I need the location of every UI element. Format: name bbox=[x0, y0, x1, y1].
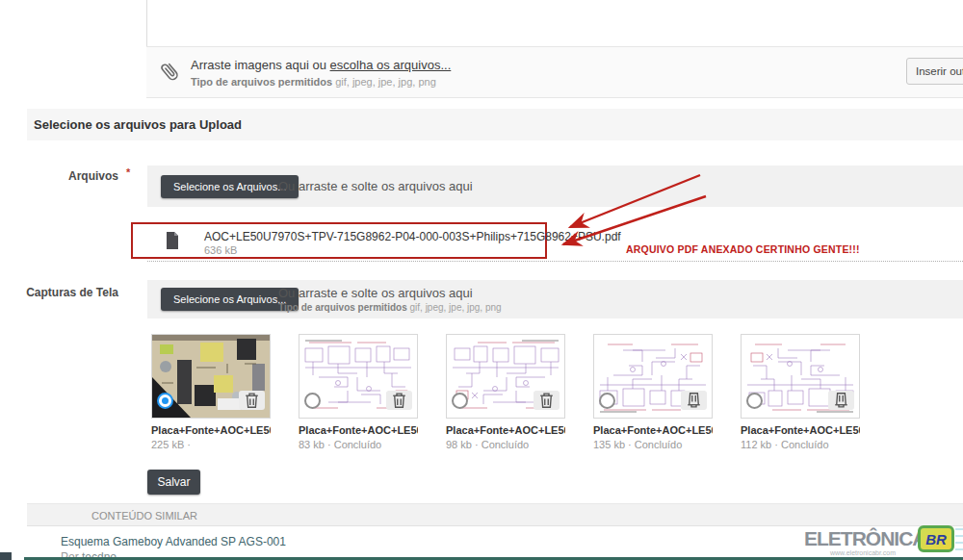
save-button[interactable]: Salvar bbox=[147, 470, 200, 495]
editor-border bbox=[146, 0, 147, 46]
screenshots-label: Capturas de Tela bbox=[17, 286, 118, 299]
allowed-types-line: Tipo de arquivos permitidos gif, jpeg, j… bbox=[191, 76, 436, 88]
allowed-label: Tipo de arquivos permitidos bbox=[278, 302, 407, 313]
similar-content-header: CONTEÚDO SIMILAR bbox=[27, 503, 963, 526]
chip-label: BR bbox=[925, 531, 947, 547]
screenshot-card: Placa+Fonte+AOC+LE50U7... 83 kb · Conclu… bbox=[299, 334, 418, 450]
attached-file-highlight-box: AOC+LE50U7970S+TPV-715G8962-P04-000-003S… bbox=[131, 222, 547, 259]
annotation-text: ARQUIVO PDF ANEXADO CERTINHO GENTE!!! bbox=[626, 243, 860, 255]
select-radio[interactable] bbox=[452, 393, 468, 409]
thumbnail-name: Placa+Fonte+AOC+LE50U7... bbox=[446, 424, 565, 436]
thumbnail-meta: 83 kb · Concluído bbox=[299, 439, 418, 450]
thumbnail-name: Placa+Fonte+AOC+LE50U7... bbox=[593, 424, 713, 436]
select-radio[interactable] bbox=[157, 393, 173, 409]
select-radio[interactable] bbox=[304, 393, 321, 409]
thumbnail-image-photo bbox=[151, 334, 271, 419]
trash-icon[interactable] bbox=[534, 391, 560, 410]
screenshots-allowed-line: Tipo de arquivos permitidos gif, jpeg, j… bbox=[278, 302, 502, 313]
screenshot-card: Placa+Fonte+AOC+LE50U7... 135 kb · Concl… bbox=[593, 334, 713, 450]
drag-text: Arraste imagens aqui ou bbox=[191, 58, 326, 72]
trash-icon[interactable] bbox=[828, 391, 854, 410]
screenshots-drop-hint: Ou arraste e solte os arquivos aqui bbox=[278, 286, 473, 300]
document-icon bbox=[166, 232, 179, 253]
editor-attachment-bar: Arraste imagens aqui ou escolha os arqui… bbox=[146, 46, 963, 98]
screenshot-card: Placa+Fonte+AOC+LE50U7... 112 kb · Concl… bbox=[741, 334, 860, 450]
screenshot-card: Placa+Fonte+AOC+LE50U7... 98 kb · Conclu… bbox=[446, 334, 565, 450]
paperclip-icon bbox=[159, 58, 184, 89]
allowed-types: gif, jpeg, jpe, jpg, png bbox=[410, 302, 502, 313]
trash-icon[interactable] bbox=[239, 391, 265, 410]
thumbnail-name: Placa+Fonte+AOC+LE50U7... bbox=[299, 424, 418, 436]
thumbnail-image-schematic bbox=[593, 334, 713, 419]
insert-another-button[interactable]: Inserir outra bbox=[906, 58, 963, 85]
thumbnail-image-schematic bbox=[446, 334, 565, 419]
logo-url: www.eletronicabr.com bbox=[806, 549, 920, 556]
thumbnail-meta: 112 kb · Concluído bbox=[741, 439, 860, 450]
drag-images-text: Arraste imagens aqui ou escolha os arqui… bbox=[191, 58, 451, 72]
screenshot-card: Placa+Fonte+AOC+LE50U7... 225 kB · bbox=[151, 334, 271, 450]
allowed-types: gif, jpeg, jpe, jpg, png bbox=[335, 76, 436, 88]
thumbnail-meta: 225 kB · bbox=[151, 439, 271, 450]
select-radio[interactable] bbox=[599, 393, 615, 409]
thumbnail-image-schematic bbox=[741, 334, 860, 419]
similar-item-link[interactable]: Esquema Gameboy Advanded SP AGS-001 bbox=[61, 535, 286, 548]
thumbnail-meta: 135 kb · Concluído bbox=[593, 439, 713, 450]
files-drop-hint: Ou arraste e solte os arquivos aqui bbox=[278, 179, 473, 193]
select-radio[interactable] bbox=[746, 393, 763, 409]
choose-files-link[interactable]: escolha os arquivos... bbox=[330, 58, 452, 72]
upload-page: Arraste imagens aqui ou escolha os arqui… bbox=[0, 0, 963, 560]
files-label: Arquivos bbox=[27, 169, 118, 183]
upload-section-title: Selecione os arquivos para Upload bbox=[27, 109, 963, 140]
logo-text: ELETRÔNICA bbox=[804, 527, 926, 550]
dotted-separator bbox=[147, 261, 963, 262]
thumbnail-meta: 98 kb · Concluído bbox=[446, 439, 565, 450]
screenshots-dropzone[interactable]: Selecione os Arquivos... Ou arraste e so… bbox=[147, 280, 963, 318]
br-chip-icon: BR bbox=[918, 525, 954, 552]
corner-widget bbox=[0, 552, 12, 560]
eletronicabr-logo: ELETRÔNICA www.eletronicabr.com BR bbox=[804, 525, 963, 558]
required-asterisk: * bbox=[126, 166, 130, 178]
thumbnail-name: Placa+Fonte+AOC+LE50U7... bbox=[151, 424, 271, 436]
trash-icon[interactable] bbox=[386, 391, 412, 410]
thumbnail-name: Placa+Fonte+AOC+LE50U7... bbox=[741, 424, 860, 436]
attached-file-size: 636 kB bbox=[204, 244, 237, 256]
trash-icon[interactable] bbox=[681, 391, 707, 410]
thumbnail-image-schematic bbox=[299, 334, 418, 419]
allowed-label: Tipo de arquivos permitidos bbox=[191, 76, 332, 88]
circuit-pins-icon bbox=[955, 523, 963, 552]
